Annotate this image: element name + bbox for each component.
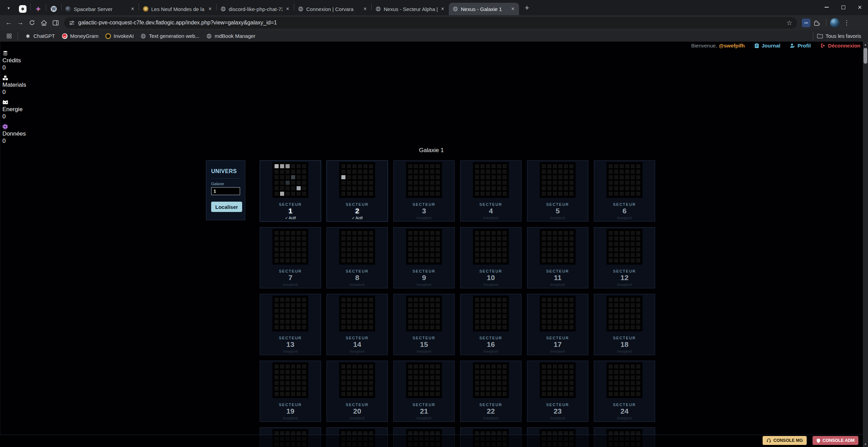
bookmark-item[interactable]: ChatGPT (22, 32, 59, 40)
tab-3[interactable]: Connexion | Corvara× (294, 3, 371, 15)
grid-cell (280, 303, 284, 307)
url-text[interactable]: galactic-pve-conquest-c7fe.dev.flatlogic… (78, 20, 277, 26)
grid-cell (286, 170, 290, 174)
grid-cell (547, 392, 551, 396)
sector-card-21[interactable]: SECTEUR21Inexploré (393, 361, 455, 422)
sector-card-15[interactable]: SECTEUR15Inexploré (393, 294, 455, 355)
bookmark-item[interactable]: mdBook Manager (203, 32, 259, 40)
sector-card-9[interactable]: SECTEUR9Inexploré (393, 227, 455, 288)
bookmark-item[interactable]: InvokeAI (102, 32, 137, 40)
header-link-journal[interactable]: Journal (754, 43, 780, 49)
scrollbar[interactable]: ▲ ▼ (863, 42, 868, 447)
extensions-button[interactable] (810, 17, 822, 29)
sector-card-16[interactable]: SECTEUR16Inexploré (460, 294, 521, 355)
tab-search-chevron-icon[interactable]: ▾ (3, 3, 14, 13)
header-link-dconnexion[interactable]: Déconnexion (820, 43, 860, 49)
sector-card-20[interactable]: SECTEUR20Inexploré (327, 361, 388, 422)
grid-cell (625, 298, 629, 302)
grid-cell (631, 170, 635, 174)
sector-mini-grid (406, 296, 442, 331)
profile-avatar[interactable] (830, 18, 839, 28)
reload-button[interactable] (26, 17, 38, 29)
gemini-icon (35, 6, 41, 12)
pinned-extension-icon[interactable]: </> (802, 19, 810, 27)
grid-cell (564, 247, 568, 252)
back-button[interactable]: ← (3, 17, 14, 29)
sector-card-1[interactable]: SECTEUR1✓ Actif (260, 160, 321, 222)
grid-cell (542, 370, 546, 374)
new-tab-button[interactable]: + (522, 3, 532, 13)
localiser-button[interactable]: Localiser (211, 202, 242, 212)
sector-card-3[interactable]: SECTEUR3Inexploré (393, 160, 455, 222)
sector-card-17[interactable]: SECTEUR17Inexploré (527, 294, 588, 355)
all-bookmarks[interactable]: Tous les favoris (809, 30, 861, 42)
sector-card-23[interactable]: SECTEUR23Inexploré (527, 361, 588, 422)
sector-card-24[interactable]: SECTEUR24Inexploré (594, 361, 655, 422)
grid-cell (291, 364, 295, 369)
scrollbar-thumb[interactable] (864, 48, 867, 64)
pinned-tab[interactable]: W (46, 3, 61, 15)
grid-cell (558, 236, 562, 241)
header-link-profil[interactable]: Profil (790, 43, 810, 49)
pinned-tab[interactable] (15, 3, 30, 15)
tab-close-icon[interactable]: × (362, 6, 368, 12)
grid-cell (419, 242, 423, 246)
tab-2[interactable]: discord-like-php-chat-7262.dev× (217, 3, 294, 15)
grid-cell (302, 247, 306, 252)
sector-card-6[interactable]: SECTEUR6Inexploré (594, 160, 655, 222)
tab-active[interactable]: Nexus - Galaxie 1× (449, 3, 519, 15)
sector-card-11[interactable]: SECTEUR11Inexploré (527, 227, 588, 288)
sector-card-19[interactable]: SECTEUR19Inexploré (260, 361, 321, 422)
galaxy-title: Galaxie 1 (0, 147, 863, 154)
grid-cell (352, 309, 356, 313)
galaxie-input[interactable] (211, 187, 240, 195)
sector-card-7[interactable]: SECTEUR7Inexploré (260, 227, 321, 288)
sector-card-12[interactable]: SECTEUR12Inexploré (594, 227, 655, 288)
sector-card-22[interactable]: SECTEUR22Inexploré (460, 361, 521, 422)
grid-cell (480, 309, 485, 313)
scroll-down-icon[interactable]: ▼ (863, 441, 868, 447)
sector-card-13[interactable]: SECTEUR13Inexploré (260, 294, 321, 355)
pinned-tab[interactable] (31, 3, 46, 15)
console-mg-button[interactable]: CONSOLE MG (763, 436, 806, 445)
sector-card-2[interactable]: SECTEUR2✓ Actif (327, 160, 388, 222)
grid-cell (631, 381, 635, 385)
grid-cell (430, 192, 434, 196)
tab-close-icon[interactable]: × (285, 6, 291, 12)
grid-cell (419, 236, 423, 241)
grid-cell (436, 325, 440, 329)
sector-card-8[interactable]: SECTEUR8Inexploré (327, 227, 388, 288)
grid-cell (558, 253, 562, 257)
home-button[interactable] (38, 17, 50, 29)
bookmark-item[interactable]: MoneyGram (59, 32, 102, 40)
bookmark-star-icon[interactable]: ☆ (786, 19, 792, 27)
scroll-up-icon[interactable]: ▲ (863, 42, 868, 47)
minimize-button[interactable] (818, 0, 835, 14)
sector-card-10[interactable]: SECTEUR10Inexploré (460, 227, 521, 288)
bookmark-item[interactable]: Text generation web... (137, 32, 203, 40)
grid-cell (636, 364, 640, 369)
grid-cell (302, 186, 306, 190)
tab-close-icon[interactable]: × (440, 6, 446, 12)
tab-1[interactable]: Les Neuf Mondes de la Mytholo× (139, 3, 216, 15)
sector-card-5[interactable]: SECTEUR5Inexploré (527, 160, 588, 222)
tab-4[interactable]: Nexus - Secteur Alpha [G1]× (372, 3, 449, 15)
apps-button[interactable] (4, 31, 14, 41)
grid-cell (631, 364, 635, 369)
grid-cell (636, 170, 640, 174)
sector-card-18[interactable]: SECTEUR18Inexploré (594, 294, 655, 355)
console-adm-button[interactable]: CONSOLE ADM (813, 436, 858, 445)
sector-card-4[interactable]: SECTEUR4Inexploré (460, 160, 521, 222)
sector-card-14[interactable]: SECTEUR14Inexploré (327, 294, 388, 355)
tab-0[interactable]: Spacebar Server× (62, 3, 139, 15)
side-panel-button[interactable] (50, 17, 61, 29)
address-bar[interactable]: galactic-pve-conquest-c7fe.dev.flatlogic… (64, 17, 797, 29)
maximize-button[interactable] (835, 0, 851, 14)
tab-close-icon[interactable]: × (510, 6, 516, 12)
tab-close-icon[interactable]: × (207, 6, 213, 12)
close-button[interactable]: × (851, 0, 868, 14)
tab-close-icon[interactable]: × (130, 6, 136, 12)
forward-button[interactable]: → (14, 17, 26, 29)
grid-cell (419, 186, 423, 190)
browser-menu-icon[interactable]: ⋮ (843, 19, 850, 26)
